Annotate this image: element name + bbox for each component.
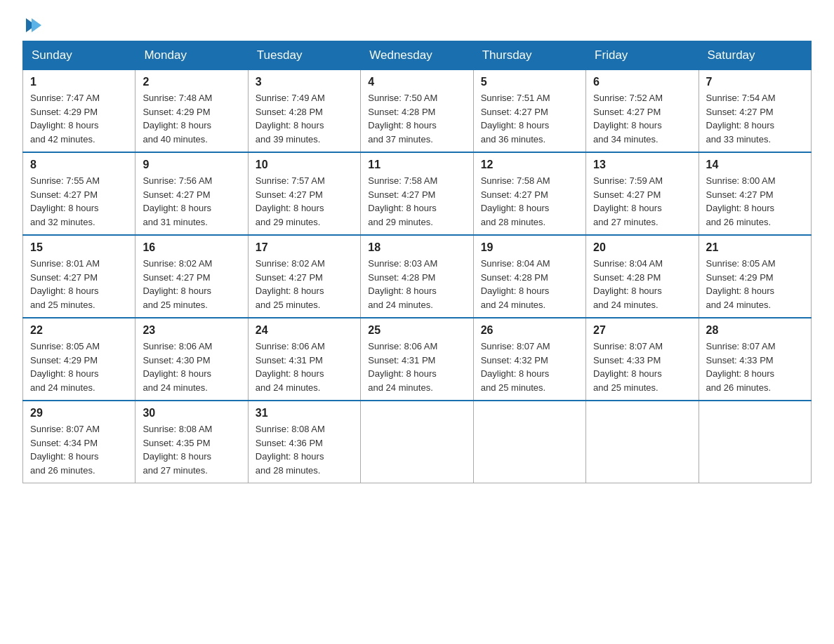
day-info: Sunrise: 7:48 AM Sunset: 4:29 PM Dayligh… [143, 91, 240, 146]
day-info: Sunrise: 8:08 AM Sunset: 4:36 PM Dayligh… [256, 422, 353, 477]
day-number: 9 [143, 159, 240, 171]
calendar-header-row: SundayMondayTuesdayWednesdayThursdayFrid… [23, 41, 812, 70]
calendar-cell: 24Sunrise: 8:06 AM Sunset: 4:31 PM Dayli… [248, 318, 360, 401]
day-number: 30 [143, 407, 240, 420]
calendar-cell: 13Sunrise: 7:59 AM Sunset: 4:27 PM Dayli… [586, 152, 699, 235]
day-number: 22 [30, 324, 128, 337]
day-number: 1 [30, 76, 128, 88]
day-number: 21 [706, 241, 804, 254]
day-info: Sunrise: 8:03 AM Sunset: 4:28 PM Dayligh… [368, 257, 465, 311]
day-info: Sunrise: 7:57 AM Sunset: 4:27 PM Dayligh… [256, 174, 353, 229]
calendar-cell: 23Sunrise: 8:06 AM Sunset: 4:30 PM Dayli… [135, 318, 248, 401]
calendar-cell: 26Sunrise: 8:07 AM Sunset: 4:32 PM Dayli… [473, 318, 585, 401]
logo [22, 17, 41, 32]
day-number: 25 [368, 324, 465, 337]
day-info: Sunrise: 7:49 AM Sunset: 4:28 PM Dayligh… [256, 91, 353, 146]
day-info: Sunrise: 8:00 AM Sunset: 4:27 PM Dayligh… [706, 174, 804, 229]
day-number: 10 [256, 159, 353, 171]
calendar-cell [586, 401, 699, 483]
calendar-week-3: 15Sunrise: 8:01 AM Sunset: 4:27 PM Dayli… [23, 235, 812, 318]
day-number: 3 [256, 76, 353, 88]
day-info: Sunrise: 7:50 AM Sunset: 4:28 PM Dayligh… [368, 91, 465, 146]
calendar-cell: 7Sunrise: 7:54 AM Sunset: 4:27 PM Daylig… [699, 70, 811, 153]
calendar-cell: 15Sunrise: 8:01 AM Sunset: 4:27 PM Dayli… [23, 235, 135, 318]
day-info: Sunrise: 8:02 AM Sunset: 4:27 PM Dayligh… [143, 257, 240, 311]
calendar-cell: 6Sunrise: 7:52 AM Sunset: 4:27 PM Daylig… [586, 70, 699, 153]
calendar-cell: 16Sunrise: 8:02 AM Sunset: 4:27 PM Dayli… [135, 235, 248, 318]
day-header-saturday: Saturday [699, 41, 811, 70]
day-number: 31 [256, 407, 353, 420]
calendar-cell [699, 401, 811, 483]
day-number: 13 [593, 159, 691, 171]
calendar-cell: 4Sunrise: 7:50 AM Sunset: 4:28 PM Daylig… [361, 70, 473, 153]
day-header-friday: Friday [586, 41, 699, 70]
day-info: Sunrise: 7:56 AM Sunset: 4:27 PM Dayligh… [143, 174, 240, 229]
day-number: 19 [481, 241, 578, 254]
svg-marker-1 [32, 18, 41, 32]
day-number: 26 [481, 324, 578, 337]
calendar-cell: 1Sunrise: 7:47 AM Sunset: 4:29 PM Daylig… [23, 70, 135, 153]
day-number: 17 [256, 241, 353, 254]
day-number: 24 [256, 324, 353, 337]
calendar-cell: 2Sunrise: 7:48 AM Sunset: 4:29 PM Daylig… [135, 70, 248, 153]
calendar-cell: 14Sunrise: 8:00 AM Sunset: 4:27 PM Dayli… [699, 152, 811, 235]
calendar-cell [361, 401, 473, 483]
calendar-cell: 31Sunrise: 8:08 AM Sunset: 4:36 PM Dayli… [248, 401, 360, 483]
day-info: Sunrise: 8:07 AM Sunset: 4:33 PM Dayligh… [706, 340, 804, 394]
day-number: 27 [593, 324, 691, 337]
calendar-week-1: 1Sunrise: 7:47 AM Sunset: 4:29 PM Daylig… [23, 70, 812, 153]
day-info: Sunrise: 8:06 AM Sunset: 4:31 PM Dayligh… [256, 340, 353, 394]
day-info: Sunrise: 8:01 AM Sunset: 4:27 PM Dayligh… [30, 257, 128, 311]
day-info: Sunrise: 7:55 AM Sunset: 4:27 PM Dayligh… [30, 174, 128, 229]
day-info: Sunrise: 7:54 AM Sunset: 4:27 PM Dayligh… [706, 91, 804, 146]
day-number: 20 [593, 241, 691, 254]
calendar-cell: 10Sunrise: 7:57 AM Sunset: 4:27 PM Dayli… [248, 152, 360, 235]
calendar-cell: 18Sunrise: 8:03 AM Sunset: 4:28 PM Dayli… [361, 235, 473, 318]
day-number: 8 [30, 159, 128, 171]
day-number: 11 [368, 159, 465, 171]
day-number: 18 [368, 241, 465, 254]
calendar-cell: 20Sunrise: 8:04 AM Sunset: 4:28 PM Dayli… [586, 235, 699, 318]
day-header-thursday: Thursday [473, 41, 585, 70]
calendar-week-2: 8Sunrise: 7:55 AM Sunset: 4:27 PM Daylig… [23, 152, 812, 235]
calendar-cell: 19Sunrise: 8:04 AM Sunset: 4:28 PM Dayli… [473, 235, 585, 318]
day-header-tuesday: Tuesday [248, 41, 360, 70]
calendar-cell: 8Sunrise: 7:55 AM Sunset: 4:27 PM Daylig… [23, 152, 135, 235]
calendar-cell: 11Sunrise: 7:58 AM Sunset: 4:27 PM Dayli… [361, 152, 473, 235]
day-number: 16 [143, 241, 240, 254]
calendar-cell: 21Sunrise: 8:05 AM Sunset: 4:29 PM Dayli… [699, 235, 811, 318]
day-info: Sunrise: 7:58 AM Sunset: 4:27 PM Dayligh… [481, 174, 578, 229]
calendar-cell: 25Sunrise: 8:06 AM Sunset: 4:31 PM Dayli… [361, 318, 473, 401]
day-number: 28 [706, 324, 804, 337]
day-info: Sunrise: 7:52 AM Sunset: 4:27 PM Dayligh… [593, 91, 691, 146]
calendar-table: SundayMondayTuesdayWednesdayThursdayFrid… [22, 41, 812, 483]
calendar-cell [473, 401, 585, 483]
day-number: 15 [30, 241, 128, 254]
page-header [22, 17, 812, 32]
calendar-cell: 22Sunrise: 8:05 AM Sunset: 4:29 PM Dayli… [23, 318, 135, 401]
calendar-cell: 29Sunrise: 8:07 AM Sunset: 4:34 PM Dayli… [23, 401, 135, 483]
day-info: Sunrise: 8:06 AM Sunset: 4:30 PM Dayligh… [143, 340, 240, 394]
calendar-cell: 9Sunrise: 7:56 AM Sunset: 4:27 PM Daylig… [135, 152, 248, 235]
day-info: Sunrise: 8:07 AM Sunset: 4:34 PM Dayligh… [30, 422, 128, 477]
calendar-cell: 30Sunrise: 8:08 AM Sunset: 4:35 PM Dayli… [135, 401, 248, 483]
day-info: Sunrise: 7:51 AM Sunset: 4:27 PM Dayligh… [481, 91, 578, 146]
day-number: 14 [706, 159, 804, 171]
calendar-cell: 27Sunrise: 8:07 AM Sunset: 4:33 PM Dayli… [586, 318, 699, 401]
calendar-cell: 17Sunrise: 8:02 AM Sunset: 4:27 PM Dayli… [248, 235, 360, 318]
day-number: 12 [481, 159, 578, 171]
day-number: 7 [706, 76, 804, 88]
day-info: Sunrise: 8:04 AM Sunset: 4:28 PM Dayligh… [593, 257, 691, 311]
day-info: Sunrise: 8:07 AM Sunset: 4:32 PM Dayligh… [481, 340, 578, 394]
day-info: Sunrise: 8:05 AM Sunset: 4:29 PM Dayligh… [30, 340, 128, 394]
day-number: 6 [593, 76, 691, 88]
day-info: Sunrise: 8:08 AM Sunset: 4:35 PM Dayligh… [143, 422, 240, 477]
day-info: Sunrise: 7:47 AM Sunset: 4:29 PM Dayligh… [30, 91, 128, 146]
day-number: 23 [143, 324, 240, 337]
day-info: Sunrise: 8:06 AM Sunset: 4:31 PM Dayligh… [368, 340, 465, 394]
day-number: 4 [368, 76, 465, 88]
day-header-monday: Monday [135, 41, 248, 70]
day-info: Sunrise: 7:59 AM Sunset: 4:27 PM Dayligh… [593, 174, 691, 229]
calendar-cell: 3Sunrise: 7:49 AM Sunset: 4:28 PM Daylig… [248, 70, 360, 153]
day-info: Sunrise: 8:04 AM Sunset: 4:28 PM Dayligh… [481, 257, 578, 311]
